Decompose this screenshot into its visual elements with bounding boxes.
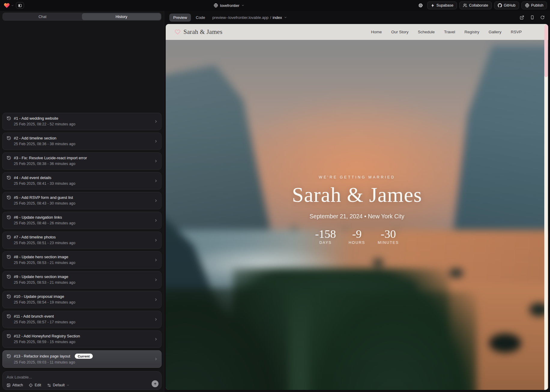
history-icon: [7, 235, 11, 239]
history-item-title: #4 - Add event details: [14, 175, 51, 180]
smartphone-icon: [530, 15, 534, 19]
nav-link[interactable]: Travel: [444, 30, 455, 34]
url-selector[interactable]: preview--lovefrontier.lovable.app / inde…: [212, 15, 287, 20]
history-item-timestamp: 25 Feb 2025, 08:43 - 30 minutes ago: [14, 201, 151, 205]
history-item[interactable]: #10 - Update proposal image 25 Feb 2025,…: [2, 291, 162, 308]
collaborate-label: Collaborate: [469, 3, 488, 7]
history-icon: [7, 294, 11, 299]
history-item[interactable]: #4 - Add event details 25 Feb 2025, 08:4…: [2, 172, 162, 190]
chevron-right-icon: [154, 139, 158, 143]
sliders-icon: [47, 383, 51, 387]
history-item[interactable]: #7 - Add timeline photos 25 Feb 2025, 08…: [2, 232, 162, 249]
history-item-timestamp: 25 Feb 2025, 08:38 - 36 minutes ago: [14, 162, 151, 166]
site-scrollbar-track: [544, 25, 548, 390]
history-item-title: #11 - Add brunch event: [14, 314, 54, 319]
countdown-label: MINUTES: [378, 241, 399, 245]
site-scrollbar-thumb[interactable]: [544, 25, 548, 77]
prompt-composer: Attach Edit Default: [2, 371, 162, 390]
history-item-title: #7 - Add timeline photos: [14, 235, 56, 239]
panel-left-icon: [18, 4, 22, 7]
history-item-timestamp: 25 Feb 2025, 08:51 - 23 minutes ago: [14, 241, 151, 245]
image-icon: [7, 383, 11, 387]
history-item[interactable]: #13 - Refactor index page layout Current…: [2, 350, 162, 368]
send-button[interactable]: [152, 380, 159, 387]
chevron-right-icon: [154, 179, 158, 183]
chevron-down-icon: [241, 4, 244, 7]
history-item[interactable]: #3 - Fix: Resolve Lucide-react import er…: [2, 152, 162, 170]
settings-button[interactable]: [416, 1, 425, 9]
attach-button[interactable]: Attach: [7, 383, 23, 387]
tab-code[interactable]: Code: [196, 15, 205, 20]
arrow-up-icon: [153, 382, 157, 386]
history-item[interactable]: #2 - Add timeline section 25 Feb 2025, 0…: [2, 133, 162, 150]
supabase-bolt-icon: [431, 4, 435, 7]
sidebar-toggle-button[interactable]: [16, 2, 24, 9]
site-header: Sarah & James HomeOur StoryScheduleTrave…: [166, 24, 548, 40]
history-item-title: #10 - Update proposal image: [14, 294, 64, 299]
url-page: index: [273, 15, 282, 20]
nav-link[interactable]: Home: [371, 30, 382, 34]
lovable-heart-icon: [4, 2, 10, 9]
chevron-down-icon: [11, 4, 14, 7]
publish-button[interactable]: Publish: [521, 1, 547, 9]
countdown-item: -9 HOURS: [349, 228, 365, 245]
history-item[interactable]: #5 - Add RSVP form and guest list 25 Feb…: [2, 192, 162, 209]
heart-icon: [175, 29, 180, 35]
refresh-button[interactable]: [540, 15, 545, 19]
history-icon: [7, 354, 11, 358]
github-button[interactable]: GitHub: [494, 1, 519, 9]
attach-label: Attach: [12, 383, 23, 387]
history-icon: [7, 334, 11, 338]
countdown-value: -158: [315, 228, 336, 240]
tab-history[interactable]: History: [82, 13, 161, 20]
mobile-view-button[interactable]: [530, 15, 534, 19]
chevron-right-icon: [154, 258, 158, 262]
crosshair-icon: [29, 383, 33, 387]
history-icon: [7, 175, 11, 180]
edit-button[interactable]: Edit: [29, 383, 41, 387]
site-brand[interactable]: Sarah & James: [175, 28, 222, 36]
history-item-timestamp: 25 Feb 2025, 08:53 - 21 minutes ago: [14, 261, 151, 265]
edit-label: Edit: [35, 383, 41, 387]
chevron-right-icon: [154, 298, 158, 302]
gear-icon: [418, 3, 423, 8]
nav-link[interactable]: Registry: [464, 30, 479, 34]
history-item-title: #1 - Add wedding website: [14, 116, 58, 121]
site-brand-name: Sarah & James: [183, 28, 222, 36]
chevron-right-icon: [154, 159, 158, 163]
app-topbar: lovefrontier Supabase Collaborate: [0, 0, 550, 11]
hero-eyebrow: WE'RE GETTING MARRIED: [166, 175, 548, 179]
lovable-logo-menu[interactable]: [4, 2, 14, 9]
ask-lovable-input[interactable]: [7, 375, 133, 379]
nav-link[interactable]: RSVP: [511, 30, 522, 34]
history-item[interactable]: #1 - Add wedding website 25 Feb 2025, 08…: [2, 113, 162, 130]
nav-link[interactable]: Schedule: [418, 30, 435, 34]
external-link-icon: [520, 15, 524, 20]
history-item[interactable]: #6 - Update navigation links 25 Feb 2025…: [2, 212, 162, 229]
supabase-button[interactable]: Supabase: [427, 1, 457, 9]
chevron-right-icon: [154, 199, 158, 203]
project-selector[interactable]: lovefrontier: [214, 0, 244, 11]
history-item[interactable]: #12 - Add Honeyfund Registry Section 25 …: [2, 331, 162, 348]
open-external-button[interactable]: [520, 15, 524, 20]
history-item[interactable]: #9 - Update hero section image 25 Feb 20…: [2, 271, 162, 289]
tab-preview[interactable]: Preview: [169, 13, 191, 22]
chat-sidebar: Chat History #1 - Add wedding website 25…: [0, 11, 164, 392]
countdown-label: DAYS: [315, 241, 336, 245]
collaborate-button[interactable]: Collaborate: [459, 1, 492, 9]
current-badge: Current: [75, 354, 93, 359]
history-item-title: #2 - Add timeline section: [14, 136, 56, 140]
nav-link[interactable]: Our Story: [391, 30, 409, 34]
history-item[interactable]: #8 - Update hero section image 25 Feb 20…: [2, 251, 162, 269]
countdown-value: -9: [349, 228, 365, 240]
nav-link[interactable]: Gallery: [488, 30, 501, 34]
history-item[interactable]: #11 - Add brunch event 25 Feb 2025, 08:5…: [2, 311, 162, 328]
history-icon: [7, 255, 11, 259]
github-icon: [498, 3, 502, 7]
supabase-label: Supabase: [437, 3, 453, 7]
tab-chat[interactable]: Chat: [3, 13, 82, 20]
mode-select[interactable]: Default: [47, 383, 69, 387]
history-icon: [7, 274, 11, 279]
countdown: -158 DAYS -9 HOURS -30 MINUTES: [166, 228, 548, 245]
history-item-timestamp: 25 Feb 2025, 08:41 - 33 minutes ago: [14, 181, 151, 186]
